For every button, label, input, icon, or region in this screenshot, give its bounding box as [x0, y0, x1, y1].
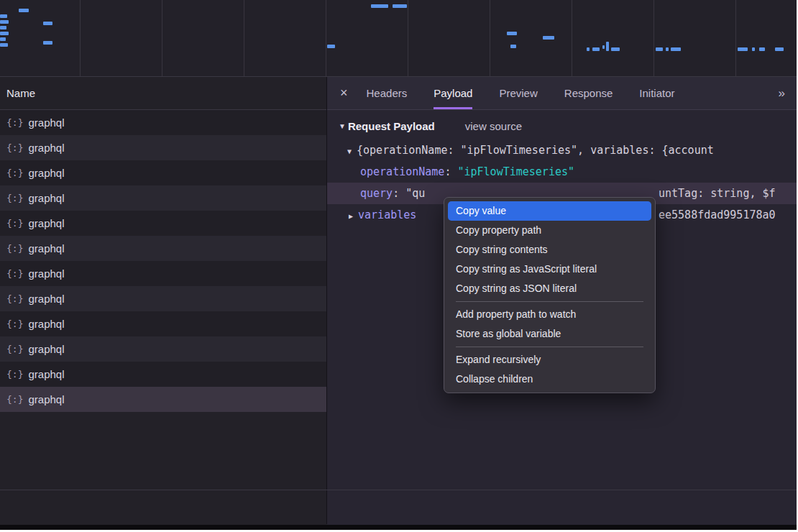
json-request-icon: {:} [6, 117, 23, 128]
timeline-bar [671, 47, 681, 51]
timeline-bar [371, 4, 388, 8]
timeline-bar [0, 32, 9, 35]
request-row[interactable]: {:}graphql [0, 362, 326, 387]
json-request-icon: {:} [6, 293, 23, 304]
timeline-bar [0, 43, 8, 47]
timeline-bar [43, 41, 52, 45]
request-payload-section-header: ▼ Request Payload view source [327, 110, 797, 137]
tab-initiator[interactable]: Initiator [639, 77, 674, 109]
request-name: graphql [28, 267, 64, 280]
json-request-icon: {:} [6, 193, 23, 203]
timeline-bar [510, 45, 516, 48]
request-name: graphql [28, 393, 64, 405]
menu-separator [456, 301, 643, 302]
requests-panel: Name {:}graphql{:}graphql{:}graphql{:}gr… [0, 77, 326, 490]
property-key: query [360, 187, 393, 200]
json-request-icon: {:} [6, 142, 23, 153]
timeline-bar [19, 9, 29, 12]
request-name: graphql [28, 217, 64, 229]
request-row[interactable]: {:}graphql [0, 387, 326, 412]
request-name: graphql [28, 167, 64, 179]
request-row[interactable]: {:}graphql [0, 110, 326, 135]
property-key: operationName [360, 165, 444, 178]
request-row[interactable]: {:}graphql [0, 135, 326, 160]
network-overview-timeline[interactable] [0, 0, 797, 77]
tab-response[interactable]: Response [564, 77, 613, 109]
caret-down-icon[interactable]: ▼ [347, 147, 352, 155]
timeline-bar [0, 20, 9, 24]
json-request-icon: {:} [6, 168, 23, 178]
property-value-start: "qu [405, 187, 425, 200]
tab-payload[interactable]: Payload [434, 77, 472, 109]
request-list: {:}graphql{:}graphql{:}graphql{:}graphql… [0, 110, 326, 412]
close-icon[interactable]: × [340, 86, 348, 101]
timeline-bar [738, 47, 748, 51]
property-colon: : [393, 187, 405, 200]
devtools-window: Name {:}graphql{:}graphql{:}graphql{:}gr… [0, 0, 797, 530]
request-row[interactable]: {:}graphql [0, 211, 326, 236]
timeline-bar [592, 47, 600, 51]
property-value: "ipFlowTimeseries" [457, 165, 574, 178]
property-value-end: ee5588fdad995178a0 [659, 204, 776, 226]
request-payload-title: Request Payload [348, 120, 435, 132]
menu-item-expand-recursively[interactable]: Expand recursively [448, 350, 651, 370]
timeline-gridline [653, 0, 654, 76]
more-tabs-icon[interactable]: » [779, 86, 785, 101]
property-key: variables [358, 208, 416, 221]
tree-row-operation-name[interactable]: operationName: "ipFlowTimeseries" [327, 161, 797, 183]
tab-preview[interactable]: Preview [499, 77, 537, 109]
timeline-bar [587, 47, 590, 51]
json-request-icon: {:} [6, 344, 23, 354]
request-row[interactable]: {:}graphql [0, 336, 326, 362]
name-column-header[interactable]: Name [0, 77, 326, 110]
request-name: graphql [28, 242, 64, 254]
json-request-icon: {:} [6, 218, 23, 229]
section-collapse-caret-icon[interactable]: ▼ [339, 122, 346, 130]
footer-left [0, 490, 326, 525]
request-name: graphql [28, 192, 64, 204]
timeline-bar [775, 47, 784, 51]
detail-tabs: HeadersPayloadPreviewResponseInitiator [367, 77, 702, 109]
timeline-bar [43, 22, 52, 25]
menu-item-store-as-global-variable[interactable]: Store as global variable [448, 324, 651, 344]
property-value-end: untTag: string, $f [659, 183, 776, 204]
tab-headers[interactable]: Headers [367, 77, 408, 109]
request-name: graphql [28, 142, 64, 154]
timeline-gridline [735, 0, 736, 76]
menu-item-add-property-path-to-watch[interactable]: Add property path to watch [448, 305, 651, 324]
menu-item-copy-property-path[interactable]: Copy property path [448, 221, 651, 240]
request-row[interactable]: {:}graphql [0, 185, 326, 211]
timeline-gridline [326, 0, 326, 76]
menu-item-copy-string-as-javascript-literal[interactable]: Copy string as JavaScript literal [448, 260, 651, 279]
request-row[interactable]: {:}graphql [0, 261, 326, 286]
footer-right [327, 490, 797, 525]
request-row[interactable]: {:}graphql [0, 311, 326, 336]
caret-right-icon[interactable]: ▶ [349, 212, 353, 220]
timeline-bar [611, 47, 620, 51]
request-row[interactable]: {:}graphql [0, 286, 326, 311]
request-name: graphql [28, 293, 64, 305]
view-source-link[interactable]: view source [465, 120, 522, 132]
timeline-bar [759, 47, 765, 51]
timeline-gridline [80, 0, 81, 76]
tree-row-root[interactable]: ▼{operationName: "ipFlowTimeseries", var… [327, 139, 797, 161]
menu-item-copy-string-as-json-literal[interactable]: Copy string as JSON literal [448, 279, 651, 298]
request-row[interactable]: {:}graphql [0, 160, 326, 185]
panel-divider[interactable] [326, 77, 327, 524]
timeline-bar [606, 42, 609, 51]
window-bottom-edge [0, 525, 797, 530]
property-colon: : [444, 165, 457, 178]
footer-area [0, 490, 797, 525]
timeline-gridline [162, 0, 162, 76]
timeline-bar [0, 14, 7, 18]
timeline-bar [393, 4, 407, 8]
request-row[interactable]: {:}graphql [0, 236, 326, 261]
timeline-bar [666, 47, 669, 51]
timeline-gridline [244, 0, 244, 76]
request-name: graphql [28, 368, 64, 380]
menu-item-copy-string-contents[interactable]: Copy string contents [448, 240, 651, 260]
menu-item-collapse-children[interactable]: Collapse children [448, 370, 651, 389]
menu-item-copy-value[interactable]: Copy value [448, 201, 651, 221]
json-request-icon: {:} [6, 243, 23, 254]
timeline-gridline [572, 0, 572, 76]
